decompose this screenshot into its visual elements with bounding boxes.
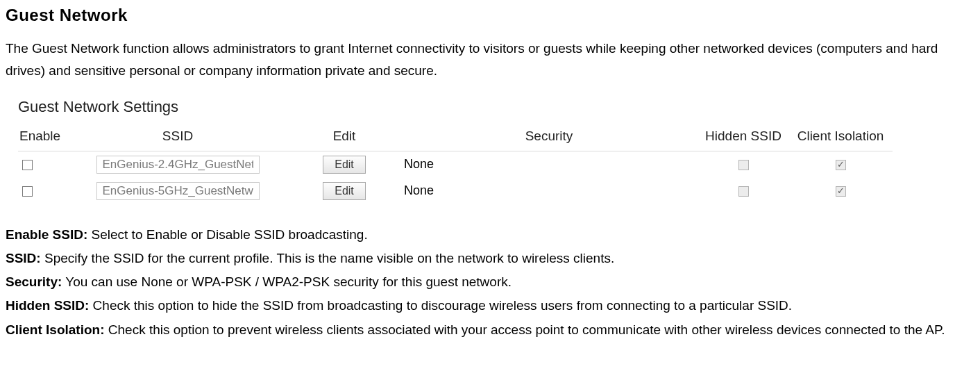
- security-value: None: [400, 151, 698, 178]
- hidden-ssid-checkbox[interactable]: [738, 186, 749, 197]
- page-title: Guest Network: [6, 6, 974, 25]
- def-enable-ssid: Enable SSID: Select to Enable or Disable…: [6, 224, 974, 246]
- def-label: SSID:: [6, 251, 41, 265]
- client-isolation-checkbox[interactable]: [836, 186, 846, 197]
- def-text: Specify the SSID for the current profile…: [41, 251, 615, 265]
- enable-checkbox[interactable]: [22, 160, 33, 170]
- guest-network-settings-panel: Guest Network Settings Enable SSID Edit …: [18, 98, 893, 204]
- header-enable: Enable: [18, 123, 67, 151]
- def-label: Hidden SSID:: [6, 298, 89, 313]
- def-label: Client Isolation:: [6, 322, 105, 337]
- header-ssid: SSID: [67, 123, 289, 151]
- ssid-input[interactable]: [96, 182, 260, 200]
- hidden-ssid-checkbox[interactable]: [738, 160, 749, 170]
- header-client-isolation: Client Isolation: [788, 123, 893, 151]
- def-security: Security: You can use None or WPA-PSK / …: [6, 271, 974, 293]
- client-isolation-checkbox[interactable]: [836, 160, 846, 170]
- intro-paragraph: The Guest Network function allows admini…: [6, 38, 974, 83]
- table-row: Edit None: [18, 151, 893, 178]
- def-client-isolation: Client Isolation: Check this option to p…: [6, 319, 974, 341]
- def-text: Check this option to hide the SSID from …: [89, 298, 792, 313]
- security-value: None: [400, 178, 698, 204]
- def-text: Select to Enable or Disable SSID broadca…: [87, 227, 367, 242]
- def-text: You can use None or WPA-PSK / WPA2-PSK s…: [62, 274, 512, 289]
- header-hidden-ssid: Hidden SSID: [698, 123, 788, 151]
- def-label: Security:: [6, 274, 62, 289]
- enable-checkbox[interactable]: [22, 186, 33, 197]
- ssid-input[interactable]: [96, 156, 260, 174]
- edit-button[interactable]: Edit: [323, 156, 366, 174]
- def-text: Check this option to prevent wireless cl…: [105, 322, 945, 337]
- def-hidden-ssid: Hidden SSID: Check this option to hide t…: [6, 295, 974, 317]
- panel-title: Guest Network Settings: [18, 98, 893, 116]
- header-security: Security: [400, 123, 698, 151]
- edit-button[interactable]: Edit: [323, 182, 366, 200]
- def-label: Enable SSID:: [6, 227, 87, 242]
- settings-table: Enable SSID Edit Security Hidden SSID Cl…: [18, 123, 893, 204]
- definitions: Enable SSID: Select to Enable or Disable…: [6, 224, 974, 341]
- def-ssid: SSID: Specify the SSID for the current p…: [6, 247, 974, 270]
- header-edit: Edit: [289, 123, 400, 151]
- table-row: Edit None: [18, 178, 893, 204]
